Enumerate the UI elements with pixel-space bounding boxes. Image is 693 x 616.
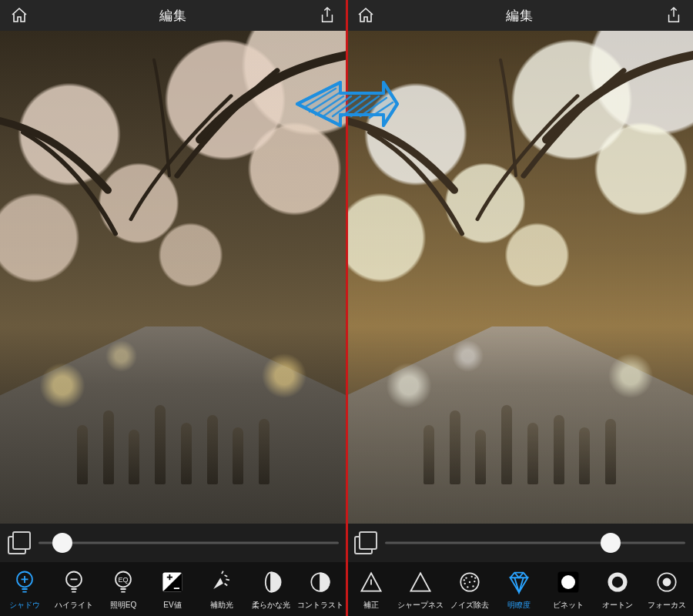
slider-row: [0, 524, 346, 562]
tool-contrast[interactable]: コントラスト: [296, 562, 345, 616]
tool-strip[interactable]: 補正シャープネスノイズ除去明瞭度ビネットオートンフォーカストリミング: [346, 562, 693, 616]
share-icon: [319, 6, 336, 25]
svg-point-11: [464, 583, 466, 584]
tool-correction[interactable]: 補正: [346, 562, 396, 616]
topbar: 編集: [346, 0, 693, 31]
page-title: 編集: [506, 7, 534, 25]
svg-point-14: [467, 586, 468, 588]
tool-focus[interactable]: フォーカス: [642, 562, 691, 616]
svg-point-18: [561, 575, 575, 589]
home-icon: [357, 6, 375, 25]
tool-label: シャープネス: [397, 600, 444, 611]
tool-label: EV値: [163, 600, 181, 611]
tool-label: ビネット: [553, 600, 584, 611]
svg-point-10: [474, 581, 475, 582]
tool-label: オートン: [602, 600, 633, 611]
svg-point-8: [465, 577, 467, 578]
adjustment-slider[interactable]: [38, 532, 339, 554]
lens-half-icon: [257, 567, 285, 597]
svg-point-21: [664, 579, 671, 586]
svg-point-12: [469, 581, 470, 583]
tool-strip[interactable]: シャドウハイライトEQ照明EQEV値補助光柔らかな光コントラスト: [0, 562, 346, 616]
tool-soft-light[interactable]: 柔らかな光: [246, 562, 296, 616]
tool-label: 照明EQ: [110, 600, 136, 611]
tool-denoise[interactable]: ノイズ除去: [445, 562, 494, 616]
slider-thumb[interactable]: [601, 533, 621, 553]
orton-ring-icon: [604, 567, 631, 597]
tool-label: ハイライト: [55, 600, 93, 611]
svg-point-19: [610, 574, 625, 590]
tool-sharpness[interactable]: シャープネス: [396, 562, 445, 616]
bulb-minus-icon: [60, 567, 88, 597]
vignette-icon: [554, 567, 582, 597]
share-icon: [665, 6, 682, 25]
compare-button[interactable]: [354, 531, 377, 554]
triangle-icon: [407, 567, 434, 597]
noise-icon: [456, 567, 484, 597]
tool-label: 明瞭度: [507, 600, 531, 611]
svg-point-9: [471, 576, 473, 578]
exposure-icon: [159, 567, 186, 597]
svg-point-13: [472, 585, 474, 587]
triangle-warn-icon: [357, 567, 385, 597]
adjustment-slider[interactable]: [385, 532, 685, 554]
contrast-icon: [306, 567, 334, 597]
svg-text:EQ: EQ: [118, 576, 128, 584]
home-icon: [10, 6, 28, 25]
tool-clarity[interactable]: 明瞭度: [494, 562, 544, 616]
tool-label: 補正: [363, 600, 379, 611]
tool-label: 補助光: [210, 600, 233, 611]
tool-orton[interactable]: オートン: [593, 562, 642, 616]
tool-shadow[interactable]: シャドウ: [0, 562, 49, 616]
home-button[interactable]: [356, 5, 376, 25]
focus-icon: [653, 567, 681, 597]
tool-vignette[interactable]: ビネット: [544, 562, 593, 616]
tool-fill-light[interactable]: 補助光: [197, 562, 246, 616]
compare-button[interactable]: [8, 531, 31, 554]
diamond-icon: [504, 567, 534, 597]
share-button[interactable]: [664, 5, 684, 25]
tool-label: ノイズ除去: [450, 600, 489, 611]
tool-label: フォーカス: [648, 600, 686, 611]
fill-light-icon: [208, 567, 236, 597]
tool-label: シャドウ: [9, 600, 40, 611]
slider-row: [346, 524, 693, 562]
tool-highlight[interactable]: ハイライト: [49, 562, 99, 616]
tool-ev[interactable]: EV値: [148, 562, 197, 616]
bulb-plus-icon: [11, 567, 38, 597]
share-button[interactable]: [317, 5, 337, 25]
slider-thumb[interactable]: [52, 533, 72, 553]
home-button[interactable]: [9, 5, 29, 25]
tool-label: 柔らかな光: [252, 600, 290, 611]
svg-point-15: [464, 579, 465, 581]
svg-point-16: [474, 577, 476, 578]
tool-label: コントラスト: [297, 600, 343, 611]
tool-lighting-eq[interactable]: EQ照明EQ: [99, 562, 148, 616]
before-after-arrow-icon: [293, 73, 400, 135]
bulb-eq-icon: EQ: [109, 567, 137, 597]
page-title: 編集: [159, 7, 187, 25]
topbar: 編集: [0, 0, 346, 31]
